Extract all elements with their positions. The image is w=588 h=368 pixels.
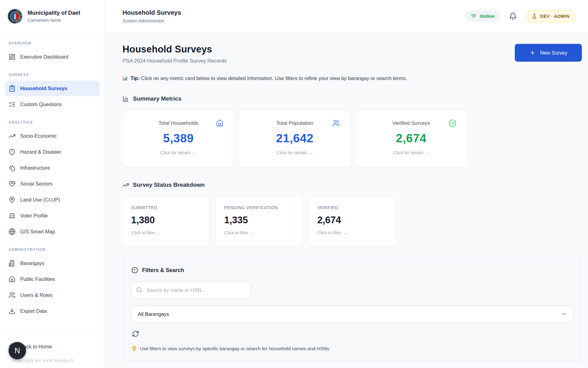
barangay-select-value: All Barangays — [138, 311, 169, 317]
metric-action: Click for details → — [123, 150, 234, 155]
sidebar-item-land-use[interactable]: Land Use (CLUP) — [5, 192, 100, 208]
status-label: VERIFIED — [317, 205, 387, 210]
header-title: Household Surveys — [123, 9, 181, 16]
status-cards: SUBMITTED 1,380 Click to filter → PENDIN… — [123, 196, 582, 247]
sidebar-item-label: Land Use (CLUP) — [20, 197, 60, 203]
metric-action: Click for details → — [356, 150, 467, 155]
house-icon — [216, 119, 224, 127]
shield-alert-icon — [9, 148, 16, 155]
bell-icon — [509, 12, 517, 20]
nav-section-analytics: ANALYTICS — [9, 120, 96, 125]
top-header: Household Surveys System Administrator O… — [105, 0, 588, 33]
droplets-icon — [9, 164, 16, 171]
users-icon — [332, 119, 340, 127]
barangay-select[interactable]: All Barangays — [131, 306, 573, 322]
sidebar-item-public-facilities[interactable]: Public Facilities — [5, 271, 100, 287]
status-value: 2,674 — [317, 215, 387, 226]
status-card-submitted[interactable]: SUBMITTED 1,380 Click to filter → — [123, 196, 210, 247]
search-input[interactable] — [131, 282, 251, 298]
nav-section-overview: OVERVIEW — [9, 41, 96, 45]
trending-up-icon — [9, 132, 16, 140]
main-area: Household Surveys System Administrator O… — [105, 0, 588, 368]
sidebar-item-voter-profile[interactable]: Voter Profile — [5, 208, 100, 224]
sidebar-item-label: Custom Questions — [20, 102, 62, 107]
chart-column-icon — [123, 96, 129, 102]
refresh-button[interactable] — [131, 330, 140, 338]
sidebar-item-executive-dashboard[interactable]: Executive Dashboard — [5, 49, 100, 65]
home-icon — [9, 276, 16, 283]
dashboard-icon — [9, 53, 16, 60]
sidebar-item-household-surveys[interactable]: Household Surveys — [5, 81, 100, 96]
brand-name: Municipality of Daet — [28, 10, 80, 16]
sidebar-item-label: Hazard & Disaster — [20, 149, 61, 155]
header-subtitle: System Administrator — [123, 18, 181, 23]
sidebar: BAYAN NG DAET CAMARINES NORTE Municipali… — [0, 0, 105, 368]
status-value: 1,335 — [224, 215, 294, 226]
powered-by-label: POWERED BY SYNTRAPOLIS — [12, 359, 100, 363]
status-card-pending-verification[interactable]: PENDING VERIFICATION 1,335 Click to filt… — [216, 196, 303, 247]
sidebar-item-social-sectors[interactable]: Social Sectors — [5, 176, 100, 192]
refresh-icon — [132, 330, 139, 337]
page-content: Household Surveys PSA 2024 Household Pro… — [105, 33, 588, 368]
env-badge-label: DEV · ADMIN — [540, 14, 570, 19]
nextjs-dev-badge[interactable]: N — [9, 342, 26, 359]
sidebar-item-socio-economic[interactable]: Socio-Economic — [5, 128, 100, 144]
sidebar-nav: OVERVIEW Executive Dashboard SURVEYS Hou… — [0, 33, 105, 334]
new-survey-label: New Survey — [540, 50, 567, 56]
metric-value: 21,642 — [239, 132, 350, 145]
sidebar-item-label: GIS Smart Map — [20, 229, 55, 235]
nav-section-administration: ADMINISTRATION — [9, 247, 96, 252]
metric-card-total-households[interactable]: Total Households 5,389 Click for details… — [123, 110, 234, 167]
status-action: Click to filter → — [317, 230, 387, 235]
env-badge: DEV · ADMIN — [526, 10, 576, 22]
new-survey-button[interactable]: New Survey — [515, 44, 582, 62]
status-action: Click to filter → — [131, 230, 201, 235]
summary-metric-cards: Total Households 5,389 Click for details… — [123, 110, 582, 167]
sidebar-item-gis-smart-map[interactable]: GIS Smart Map — [5, 224, 100, 240]
page-subtitle: PSA 2024 Household Profile Survey Record… — [123, 58, 227, 64]
sidebar-item-hazard-disaster[interactable]: Hazard & Disaster — [5, 144, 100, 160]
notifications-button[interactable] — [509, 12, 517, 20]
sidebar-item-label: Barangays — [20, 260, 44, 266]
filters-heading: Filters & Search — [131, 267, 573, 274]
sidebar-item-barangays[interactable]: Barangays — [5, 255, 100, 271]
sidebar-item-label: Socio-Economic — [20, 133, 57, 139]
check-circle-icon — [449, 119, 456, 127]
list-checks-icon — [9, 101, 16, 108]
filters-panel: Filters & Search All Barangays — [123, 257, 582, 361]
flask-icon — [532, 13, 537, 19]
municipal-seal-logo: BAYAN NG DAET CAMARINES NORTE — [7, 9, 23, 24]
sidebar-item-infrastructure[interactable]: Infrastructure — [5, 160, 100, 176]
page-title: Household Surveys — [123, 44, 227, 55]
users-icon — [9, 292, 16, 299]
plus-icon — [530, 50, 536, 56]
sidebar-item-custom-questions[interactable]: Custom Questions — [5, 97, 100, 112]
sidebar-item-export-data[interactable]: Export Data — [5, 303, 100, 319]
lightbulb-icon — [131, 346, 137, 351]
heart-handshake-icon — [9, 180, 16, 187]
download-icon — [9, 308, 16, 315]
bar-chart-emoji-icon — [123, 76, 128, 81]
online-label: Online — [480, 13, 494, 19]
search-icon — [136, 287, 142, 294]
metric-card-total-population[interactable]: Total Population 21,642 Click for detail… — [239, 110, 351, 167]
vote-icon — [9, 212, 16, 219]
summary-metrics-heading: Summary Metrics — [123, 95, 582, 102]
metric-value: 2,674 — [356, 132, 467, 145]
wifi-icon — [471, 13, 477, 19]
trending-up-icon — [123, 182, 129, 188]
dev-badge-letter: N — [14, 346, 20, 355]
tip-banner: Tip: Click on any metric card below to v… — [123, 75, 582, 81]
sidebar-item-label: Voter Profile — [20, 213, 48, 219]
metric-value: 5,389 — [123, 132, 234, 145]
app-root: BAYAN NG DAET CAMARINES NORTE Municipali… — [0, 0, 588, 368]
status-label: PENDING VERIFICATION — [224, 205, 294, 210]
alert-circle-icon — [131, 267, 138, 274]
status-card-verified[interactable]: VERIFIED 2,674 Click to filter → — [309, 196, 396, 247]
online-status-badge: Online — [465, 10, 500, 22]
filters-hint: Use filters to view surveys by specific … — [131, 346, 573, 351]
metric-card-verified-surveys[interactable]: Verified Surveys 2,674 Click for details… — [355, 110, 467, 167]
nav-section-surveys: SURVEYS — [9, 73, 96, 77]
chevron-down-icon — [561, 311, 567, 317]
sidebar-item-users-roles[interactable]: Users & Roles — [5, 287, 100, 303]
